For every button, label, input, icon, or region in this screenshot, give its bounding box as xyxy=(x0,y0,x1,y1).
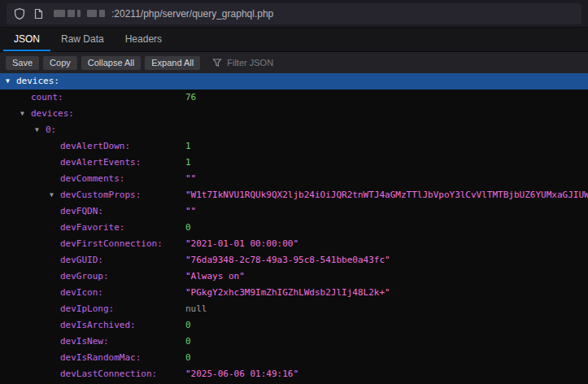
json-row[interactable]: ▼0: xyxy=(0,122,588,138)
json-key: devices: xyxy=(16,73,59,89)
json-row[interactable]: devLastConnection:"2025-06-06 01:49:16" xyxy=(0,366,588,382)
tab-headers[interactable]: Headers xyxy=(115,28,172,51)
json-key: devIsArchived: xyxy=(60,317,136,334)
json-value: "" xyxy=(185,171,196,187)
json-key: devLastConnection: xyxy=(60,366,157,382)
json-value: "" xyxy=(185,203,196,220)
page-info-icon[interactable] xyxy=(33,8,44,20)
json-value: "76da9348-2c78-49a3-95c8-541bbe0a43fc" xyxy=(185,252,390,268)
json-value: "Always on" xyxy=(185,268,245,285)
json-row[interactable]: ▼devices: xyxy=(0,106,588,122)
json-value: 0 xyxy=(185,334,191,350)
expand-arrow-icon[interactable]: ▼ xyxy=(20,106,24,122)
collapse-all-button[interactable]: Collapse All xyxy=(81,56,141,70)
json-row[interactable]: devFQDN:"" xyxy=(0,203,588,220)
json-value: 0 xyxy=(185,317,191,334)
json-row[interactable]: devIpLong:null xyxy=(0,301,588,317)
json-value: 0 xyxy=(185,350,191,366)
json-key: devIsNew: xyxy=(60,334,109,350)
filter-placeholder: Filter JSON xyxy=(227,58,273,68)
tab-json-label: JSON xyxy=(14,33,40,45)
json-row[interactable]: devGUID:"76da9348-2c78-49a3-95c8-541bbe0… xyxy=(0,252,588,268)
firefox-window: :20211/php/server/query_graphql.php JSON… xyxy=(0,0,588,384)
json-row[interactable]: ▼devCustomProps:"W1t7IkNVU1RQUk9QX2ljb24… xyxy=(0,187,588,203)
json-row[interactable]: devAlertDown:1 xyxy=(0,138,588,155)
json-value: "2025-06-06 01:49:16" xyxy=(185,366,298,382)
url-bar-icons xyxy=(13,7,44,20)
json-key: devFQDN: xyxy=(60,203,103,220)
json-key: devFirstConnection: xyxy=(60,236,163,252)
tab-json[interactable]: JSON xyxy=(3,28,50,51)
url-text: :20211/php/server/query_graphql.php xyxy=(111,8,273,20)
json-key: devIsRandomMac: xyxy=(60,350,141,366)
json-row[interactable]: devIsRandomMac:0 xyxy=(0,350,588,366)
json-row[interactable]: devGroup:"Always on" xyxy=(0,268,588,285)
json-row[interactable]: ▼devices: xyxy=(0,73,588,89)
filter-icon xyxy=(212,58,222,68)
tab-raw-data[interactable]: Raw Data xyxy=(50,28,115,51)
copy-button[interactable]: Copy xyxy=(43,56,77,70)
jsonviewer-tab-bar: JSON Raw Data Headers xyxy=(0,28,588,52)
json-row[interactable]: devIcon:"PGkgY2xhc3M9ImZhIGZhLWdsb2JlIj4… xyxy=(0,285,588,301)
json-value: 0 xyxy=(185,220,191,236)
json-toolbar: Save Copy Collapse All Expand All Filter… xyxy=(0,52,588,73)
save-button[interactable]: Save xyxy=(6,56,39,70)
expand-arrow-icon[interactable]: ▼ xyxy=(50,187,54,203)
json-row[interactable]: devFavorite:0 xyxy=(0,220,588,236)
expand-all-button[interactable]: Expand All xyxy=(145,56,200,70)
json-row[interactable]: devComments:"" xyxy=(0,171,588,187)
json-tree: ▼devices:count:76▼devices:▼0:devAlertDow… xyxy=(0,73,588,384)
json-key: devIcon: xyxy=(60,285,103,301)
json-row[interactable]: count:76 xyxy=(0,89,588,106)
json-key: devGroup: xyxy=(60,268,109,285)
json-key: devAlertDown: xyxy=(60,138,130,155)
json-value: "2021-01-01 00:00:00" xyxy=(185,236,298,252)
json-key: devComments: xyxy=(60,171,124,187)
json-value: "W1t7IkNVU1RQUk9QX2ljb24iOiJQR2tnWTJ4aGM… xyxy=(185,187,588,203)
filter-json-input[interactable]: Filter JSON xyxy=(212,58,273,68)
redacted-host xyxy=(54,10,105,17)
json-value: null xyxy=(185,301,207,317)
json-key: devCustomProps: xyxy=(60,187,141,203)
json-key: 0: xyxy=(46,122,56,138)
tab-raw-data-label: Raw Data xyxy=(61,33,104,45)
json-key: devices: xyxy=(31,106,74,122)
expand-arrow-icon[interactable]: ▼ xyxy=(6,73,10,89)
json-key: devFavorite: xyxy=(60,220,124,236)
browser-toolbar: :20211/php/server/query_graphql.php xyxy=(0,0,588,28)
url-bar[interactable]: :20211/php/server/query_graphql.php xyxy=(7,3,581,24)
tab-headers-label: Headers xyxy=(125,33,162,45)
shield-icon[interactable] xyxy=(13,7,26,20)
expand-arrow-icon[interactable]: ▼ xyxy=(35,122,39,138)
json-value: 1 xyxy=(185,138,191,155)
json-row[interactable]: devIsNew:0 xyxy=(0,334,588,350)
json-value: 1 xyxy=(185,155,191,171)
json-value: "PGkgY2xhc3M9ImZhIGZhLWdsb2JlIj48L2k+" xyxy=(185,285,390,301)
json-row[interactable]: devAlertEvents:1 xyxy=(0,155,588,171)
json-key: devIpLong: xyxy=(60,301,114,317)
json-key: devAlertEvents: xyxy=(60,155,141,171)
json-key: devGUID: xyxy=(60,252,103,268)
json-key: count: xyxy=(31,89,63,106)
json-row[interactable]: devIsArchived:0 xyxy=(0,317,588,334)
json-value: 76 xyxy=(185,89,196,106)
json-row[interactable]: devFirstConnection:"2021-01-01 00:00:00" xyxy=(0,236,588,252)
